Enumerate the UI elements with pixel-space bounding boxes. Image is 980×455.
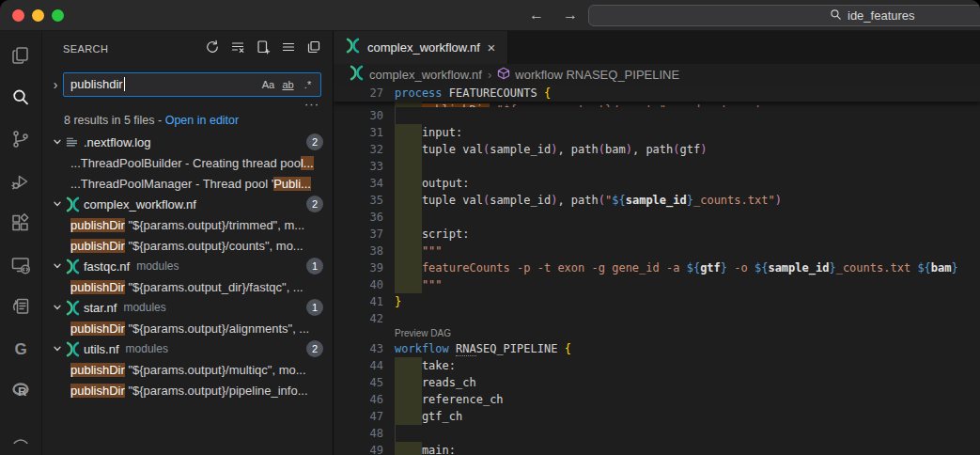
search-glyph-icon [830,8,842,24]
search-match-row[interactable]: publishDir "${params.output}/trimmed", m… [42,214,333,235]
search-input[interactable]: publishdir Aa ab .* [63,72,321,97]
activity-item-gitlens[interactable]: G [0,330,42,372]
breadcrumb-file[interactable]: complex_workflow.nf [349,65,482,84]
close-window-button[interactable] [12,9,24,22]
search-file-row[interactable]: star.nfmodules1 [42,297,333,318]
search-file-row[interactable]: fastqc.nfmodules1 [42,256,333,276]
refresh-icon [205,39,220,58]
panel-title: SEARCH [63,43,108,55]
code-line: 42 [334,310,980,327]
view-as-list-button[interactable] [279,39,298,58]
search-match-row[interactable]: ...ThreadPoolManager - Thread pool 'Publ… [42,173,333,194]
line-number: 40 [334,276,383,293]
search-match-row[interactable]: publishDir "${params.output}/multiqc", m… [42,359,333,380]
match-case-button[interactable]: Aa [259,75,277,93]
toggle-replace-chevron-icon[interactable]: › [48,77,63,92]
r-lang-icon: R [9,379,32,405]
activity-item-explorer[interactable] [0,37,42,79]
remote-icon [9,254,32,280]
activity-item-run-and-debug[interactable] [0,163,42,205]
breadcrumb-symbol[interactable]: workflow RNASEQ_PIPELINE [497,67,679,83]
search-match-row[interactable]: publishDir "${params.output}/alignments"… [42,318,333,338]
whole-word-button[interactable]: ab [279,75,297,93]
search-panel: SEARCH › publishdir Aa ab .* ··· 8 resul… [42,31,334,455]
code-line: 49 main: [334,442,980,455]
chevron-down-icon[interactable] [50,300,65,315]
codelens-preview-dag[interactable]: Preview DAG [334,327,980,340]
line-number: 45 [334,374,383,391]
stacked-editors-icon [306,39,321,58]
line-number: 31 [334,124,383,141]
file-name: star.nf [84,301,117,315]
regex-button[interactable]: .* [299,75,317,93]
chevron-down-icon[interactable] [50,341,65,356]
tab-complex-workflow[interactable]: complex_workflow.nf × [334,31,508,64]
clear-results-button[interactable] [228,39,247,58]
code-line: 36 [334,209,980,226]
match-count-badge: 2 [306,340,323,357]
maximize-window-button[interactable] [52,9,64,22]
search-query-text: publishdir [70,77,123,91]
minimize-window-button[interactable] [32,9,44,22]
line-number: 49 [334,442,383,455]
code-line: 45 reads_ch [334,374,980,391]
line-number: 35 [334,192,383,209]
search-match-row[interactable]: ...ThreadPoolBuilder - Creating thread p… [42,152,333,173]
search-file-row[interactable]: utils.nfmodules2 [42,338,333,359]
activity-item-remote-explorer[interactable] [0,246,42,289]
chevron-down-icon[interactable] [50,259,65,274]
code-line: 46 reference_ch [334,391,980,408]
chevron-down-icon[interactable] [50,134,65,149]
search-file-row[interactable]: .nextflow.log2 [42,132,333,152]
file-name: utils.nf [84,342,119,356]
account-icon [9,421,32,447]
line-number: 38 [334,243,383,259]
code-editor[interactable]: 27process FEATURECOUNTS { publishDir "${… [334,85,980,455]
run-debug-icon [9,170,32,196]
symbol-module-icon [497,67,510,83]
new-search-editor-button[interactable] [254,39,272,58]
activity-item-source-control[interactable] [0,120,42,163]
code-line: 37 script: [334,226,980,243]
code-line: 40 """ [334,276,980,293]
nextflow-icon [65,300,84,315]
clear-results-icon [230,39,245,58]
command-center[interactable]: ide_features [588,5,980,26]
open-new-editor-button[interactable] [304,39,323,58]
new-search-editor-icon [256,39,271,58]
refresh-button[interactable] [203,39,222,58]
search-match-row[interactable]: publishDir "${params.output_dir}/fastqc"… [42,276,333,297]
match-count-badge: 1 [306,299,323,316]
more-actions-icon[interactable]: ··· [304,97,319,111]
sticky-scroll-line[interactable]: 27process FEATURECOUNTS { [334,85,980,102]
open-in-editor-link[interactable]: Open in editor [165,114,240,127]
task-output-icon [9,295,32,322]
code-line: 31 input: [334,124,980,141]
chevron-down-icon[interactable] [50,196,65,212]
results-summary: 8 results in 5 files - Open in editor [64,114,239,127]
line-number: 39 [334,259,383,276]
code-line: 48 [334,425,980,442]
search-file-row[interactable]: complex_workflow.nf2 [42,194,333,214]
traffic-lights [12,9,64,22]
activity-item-task-explorer[interactable] [0,288,42,330]
file-name: .nextflow.log [84,135,151,149]
search-match-row[interactable]: publishDir "${params.output}/counts", mo… [42,235,333,256]
file-description: modules [136,259,179,273]
search-match-row[interactable]: publishDir "${params.output}/pipeline_in… [42,380,333,400]
forward-arrow-icon[interactable]: → [560,5,581,25]
back-arrow-icon[interactable]: ← [526,5,547,25]
log-file-icon [65,134,84,149]
line-number: 44 [334,357,383,374]
close-tab-icon[interactable]: × [483,39,500,55]
match-highlight: l... [301,156,314,170]
activity-item-search[interactable] [0,79,42,121]
history-nav: ← → [526,5,581,25]
file-description: modules [123,301,165,314]
line-number: 30 [334,107,383,124]
line-number: 47 [334,408,383,425]
activity-item-account[interactable] [0,414,42,455]
activity-item-r-language[interactable]: R [0,371,42,414]
activity-item-extensions[interactable] [0,204,42,246]
code-line: 41} [334,293,980,310]
